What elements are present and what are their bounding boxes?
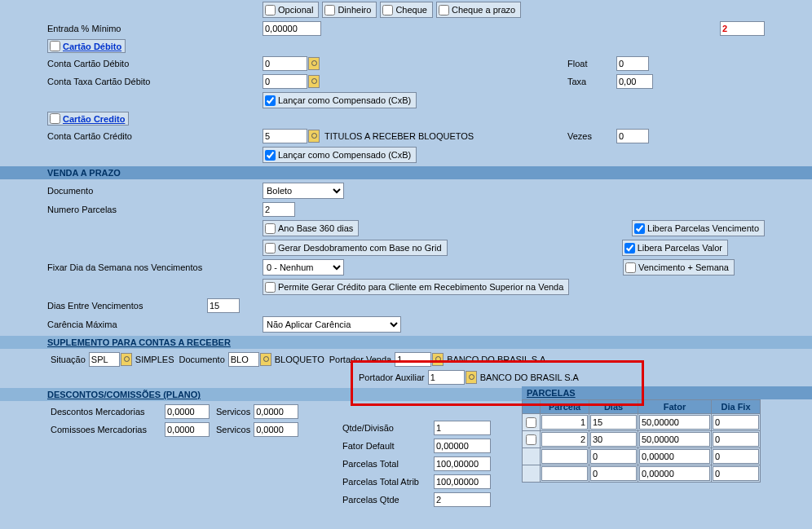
venda-prazo-header: VENDA A PRAZO [0, 166, 812, 179]
fator-cell[interactable] [639, 466, 710, 481]
conta-credito-label: Conta Cartão Crédito [0, 131, 263, 141]
situacao-lookup-icon[interactable] [121, 353, 132, 366]
opcional-checkbox[interactable]: Opcional [263, 2, 319, 18]
gerar-desd-checkbox[interactable]: Gerar Desdobramento com Base no Grid [263, 240, 448, 256]
vezes-input[interactable] [616, 129, 649, 143]
diafix-cell[interactable] [713, 415, 759, 430]
float-input[interactable] [616, 56, 649, 71]
dias-cell[interactable] [590, 415, 637, 430]
parcelas-table: Parcela Dias Fator Dia Fix [522, 399, 761, 483]
situacao-input[interactable] [89, 352, 120, 367]
dinheiro-checkbox[interactable]: Dinheiro [322, 2, 377, 18]
ano-base-checkbox[interactable]: Ano Base 360 dias [263, 220, 359, 236]
parcela-cell[interactable] [541, 466, 588, 481]
fixar-dia-select[interactable]: 0 - Nenhum [263, 259, 344, 276]
num-parcelas-label: Numero Parcelas [0, 205, 263, 214]
entrada-min-label: Entrada % Mínimo [0, 24, 263, 33]
col-diafix: Dia Fix [712, 400, 761, 414]
dias-entre-label: Dias Entre Vencimentos [0, 301, 207, 311]
table-row [523, 431, 761, 448]
permite-credito-checkbox[interactable]: Permite Gerar Crédito para Cliente em Re… [263, 279, 569, 295]
com-serv-input[interactable] [254, 422, 298, 437]
row-checkbox[interactable] [523, 434, 539, 445]
fator-def-label: Fator Default [342, 441, 434, 451]
entrada-min-input[interactable] [263, 21, 321, 36]
port-venda-input[interactable] [395, 352, 431, 367]
conta-credito-lookup-icon[interactable] [308, 130, 320, 143]
num-parcelas-input[interactable] [263, 202, 295, 217]
parc-atrib-input[interactable] [434, 474, 491, 489]
libera-venc-checkbox[interactable]: Libera Parcelas Vencimento [632, 220, 765, 236]
cartao-debito-link[interactable]: Cartão Débito [63, 42, 121, 51]
conta-credito-desc: TITULOS A RECEBER BLOQUETOS [324, 131, 474, 141]
descontos-header: DESCONTOS/COMISSÕES (PLANO) [0, 388, 522, 401]
debito-compensado-checkbox[interactable]: Lançar como Compensado (CxB) [263, 92, 417, 108]
cheque-label: Cheque [395, 5, 427, 15]
port-aux-input[interactable] [428, 370, 465, 385]
documento-label: Documento [0, 186, 263, 196]
row-checkbox[interactable] [523, 417, 539, 428]
supl-documento-lookup-icon[interactable] [260, 353, 271, 366]
suplemento-header: SUPLEMENTO PARA CONTAS A RECEBER [0, 336, 812, 349]
com-serv-label: Servicos [216, 425, 250, 434]
cheque-checkbox[interactable]: Cheque [380, 2, 433, 18]
fator-cell[interactable] [639, 449, 710, 464]
taxa-input[interactable] [616, 74, 653, 89]
cartao-credito-link[interactable]: Cartão Credito [63, 114, 125, 124]
fator-cell[interactable] [639, 415, 710, 430]
conta-debito-input[interactable] [263, 56, 307, 71]
float-label: Float [567, 59, 616, 68]
com-merc-label: Comissoes Mercadorias [51, 425, 165, 434]
permite-credito-label: Permite Gerar Crédito para Cliente em Re… [278, 282, 563, 292]
diafix-cell[interactable] [713, 449, 759, 464]
dias-cell[interactable] [590, 432, 637, 447]
dias-cell[interactable] [590, 466, 637, 481]
cartao-credito-toggle[interactable]: Cartão Credito [47, 112, 129, 126]
conta-taxa-debito-input[interactable] [263, 74, 307, 89]
taxa-label: Taxa [567, 77, 616, 86]
desc-serv-label: Servicos [216, 407, 250, 417]
port-aux-lookup-icon[interactable] [466, 371, 477, 384]
cartao-debito-toggle[interactable]: Cartão Débito [47, 39, 126, 53]
qtde-div-input[interactable] [434, 421, 491, 435]
parcela-cell[interactable] [541, 415, 588, 430]
supl-documento-label: Documento [179, 355, 225, 364]
conta-credito-input[interactable] [263, 129, 307, 143]
parcela-cell[interactable] [541, 432, 588, 447]
credito-compensado-checkbox[interactable]: Lançar como Compensado (CxB) [263, 147, 417, 163]
port-venda-desc: BANCO DO BRASIL S.A [447, 355, 545, 364]
venc-semana-checkbox[interactable]: Vencimento + Semana [623, 259, 735, 276]
opcional-label: Opcional [278, 5, 313, 15]
libera-valor-checkbox[interactable]: Libera Parcelas Valor [622, 240, 728, 256]
dias-entre-input[interactable] [207, 298, 240, 313]
parc-total-input[interactable] [434, 456, 491, 471]
port-venda-lookup-icon[interactable] [432, 353, 444, 366]
dias-cell[interactable] [590, 449, 637, 464]
col-chk [523, 400, 541, 414]
entrada-right-input[interactable] [720, 21, 765, 36]
libera-venc-label: Libera Parcelas Vencimento [647, 223, 759, 233]
desc-serv-input[interactable] [254, 404, 298, 419]
diafix-cell[interactable] [713, 466, 759, 481]
table-row [523, 448, 761, 465]
situacao-label: Situação [51, 355, 86, 364]
diafix-cell[interactable] [713, 432, 759, 447]
libera-valor-label: Libera Parcelas Valor [638, 243, 722, 253]
debito-compensado-label: Lançar como Compensado (CxB) [278, 95, 411, 105]
supl-documento-desc: BLOQUETO [275, 355, 324, 364]
desc-merc-label: Descontos Mercadorias [51, 407, 165, 417]
venc-semana-label: Vencimento + Semana [638, 262, 729, 272]
parcela-cell[interactable] [541, 449, 588, 464]
fator-cell[interactable] [639, 432, 710, 447]
desc-merc-input[interactable] [165, 404, 210, 419]
conta-debito-lookup-icon[interactable] [308, 57, 320, 70]
cheque-prazo-checkbox[interactable]: Cheque a prazo [436, 2, 521, 18]
parc-qtde-input[interactable] [434, 492, 491, 507]
com-merc-input[interactable] [165, 422, 210, 437]
documento-select[interactable]: Boleto [263, 183, 344, 199]
supl-documento-input[interactable] [228, 352, 259, 367]
conta-taxa-debito-lookup-icon[interactable] [308, 75, 320, 88]
fator-def-input[interactable] [434, 439, 491, 453]
carencia-select[interactable]: Não Aplicar Carência [263, 316, 401, 333]
parc-atrib-label: Parcelas Total Atrib [342, 477, 434, 487]
